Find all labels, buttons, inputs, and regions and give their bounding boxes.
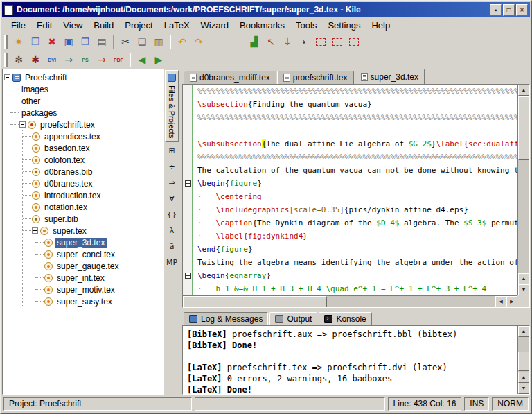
gnuplot-chart-button[interactable]: ▟ — [246, 33, 263, 50]
editor-line[interactable]: · h_1 &=& H_1 + H_3 + H_4 \quad e^+_1 = … — [183, 282, 517, 295]
menu-file[interactable]: File — [6, 19, 31, 32]
titlebar[interactable]: Document: /home/wijnhout/Documents/work/… — [2, 2, 530, 17]
fold-gutter[interactable] — [183, 190, 195, 203]
editor-line[interactable] — [183, 124, 517, 137]
tree-item-super-tex[interactable]: super.tex — [23, 225, 162, 236]
document-tab-proefschrift-tex[interactable]: proefschrift.tex — [277, 71, 354, 84]
fold-gutter[interactable] — [183, 230, 195, 243]
dashed-box-wide-button[interactable] — [329, 33, 346, 50]
sidebar-tab-metapost[interactable]: MP — [165, 256, 179, 270]
copy-button[interactable]: ❏ — [134, 33, 150, 50]
editor-line[interactable]: \subsection{Finding the quantum vacua} — [183, 98, 517, 111]
fold-gutter[interactable] — [183, 256, 195, 269]
tree-item-colofon-tex[interactable]: colofon.tex — [23, 154, 162, 166]
tree-item-super-gauge-tex[interactable]: super_gauge.tex — [35, 260, 162, 272]
tree-item-images[interactable]: images — [10, 83, 162, 95]
sidebar-tab-greek-letters[interactable]: λ — [165, 224, 179, 238]
tree-item-notation-tex[interactable]: notation.tex — [23, 201, 162, 213]
panel-tab-log-messages[interactable]: Log & Messages — [184, 312, 268, 325]
document-tab-d0branes-mdiff-tex[interactable]: d0branes_mdiff.tex — [184, 71, 276, 84]
log-scroll-down-button[interactable] — [518, 383, 529, 394]
editor-line[interactable]: %%%%%%%%%%%%%%%%%%%%%%%%%%%%%%%%%%%%%%%%… — [183, 111, 517, 124]
arrow-upleft-button[interactable]: ↖ — [263, 33, 279, 50]
editor-line[interactable]: The calculation of the quantum vacua can… — [183, 164, 517, 177]
menu-project[interactable]: Project — [119, 19, 158, 32]
fold-marker-icon[interactable] — [185, 273, 191, 279]
next-document-button[interactable]: ▶ — [150, 51, 167, 68]
scroll-down-button[interactable] — [518, 284, 529, 295]
tree-item-super-int-tex[interactable]: super_int.tex — [35, 272, 162, 284]
fold-gutter[interactable] — [183, 98, 195, 111]
tree-item-super-3d-tex[interactable]: super_3d.tex — [35, 236, 162, 248]
scroll-right-button[interactable] — [506, 296, 517, 307]
fold-gutter[interactable] — [183, 150, 195, 164]
tree-expander-icon[interactable] — [32, 227, 38, 234]
tree-item-proefschrift[interactable]: Proefschrift — [4, 71, 162, 83]
minimize-button[interactable]: ▪ — [490, 4, 502, 16]
editor-line[interactable]: · \label{fig:dynkind4} — [183, 230, 517, 243]
tree-expander-icon[interactable] — [4, 74, 10, 80]
menu-help[interactable]: Help — [366, 19, 396, 32]
fold-gutter[interactable] — [183, 177, 195, 190]
fold-gutter[interactable] — [183, 164, 195, 177]
editor-line[interactable]: · \centering — [183, 190, 517, 203]
editor-line[interactable]: \subsubsection{The dual affine Lie algeb… — [183, 137, 517, 150]
ps-to-pdf-button[interactable]: → — [94, 51, 110, 68]
vector-k-button[interactable]: k — [296, 33, 312, 50]
tree-expander-icon[interactable] — [19, 121, 26, 128]
undo-button[interactable]: ↶ — [174, 33, 190, 50]
sidebar-tab-relation-symbols[interactable]: ÷ — [165, 160, 179, 174]
dashed-box-tall-button[interactable] — [346, 33, 362, 50]
scroll-up-button-bottom[interactable] — [518, 273, 529, 284]
fold-gutter[interactable] — [183, 282, 195, 295]
menu-bookmarks[interactable]: Bookmarks — [234, 19, 290, 32]
dashed-box-small-button[interactable] — [312, 33, 329, 50]
dvi-to-ps-button[interactable]: → — [60, 51, 77, 68]
tree-item-proefschrift-tex[interactable]: proefschrift.tex — [10, 119, 162, 130]
scroll-left-button[interactable] — [495, 296, 506, 307]
document-tab-super-3d-tex[interactable]: super_3d.tex — [355, 69, 425, 84]
quickbuild-button[interactable]: ✻ — [10, 51, 27, 68]
fold-gutter[interactable] — [183, 137, 195, 150]
tree-item-super-concl-tex[interactable]: super_concl.tex — [35, 248, 162, 260]
fold-gutter[interactable] — [183, 216, 195, 230]
code-editor[interactable]: %%%%%%%%%%%%%%%%%%%%%%%%%%%%%%%%%%%%%%%%… — [182, 84, 530, 308]
cut-button[interactable]: ✂ — [117, 33, 134, 50]
scroll-up-button[interactable] — [518, 85, 529, 96]
editor-line[interactable]: \begin{figure} — [183, 177, 517, 190]
editor-line[interactable]: \begin{eqnarray} — [183, 269, 517, 282]
menu-build[interactable]: Build — [88, 19, 119, 32]
sidebar-tab-structure[interactable]: ⊞ — [165, 144, 179, 158]
log-scroll-up-button-bottom[interactable] — [518, 372, 529, 383]
sidebar-tab-arrow-symbols[interactable]: ⇒ — [165, 176, 179, 190]
vertical-scrollbar-thumb[interactable] — [518, 96, 529, 160]
open-file-button[interactable]: ❒ — [27, 33, 44, 50]
sidebar-tab-files-projects[interactable]: Files & Projects — [165, 70, 179, 142]
menu-edit[interactable]: Edit — [31, 19, 57, 32]
arrow-down-button[interactable]: ↓ — [279, 33, 296, 50]
editor-vertical-scrollbar[interactable] — [517, 85, 529, 295]
editor-horizontal-scrollbar[interactable] — [183, 295, 517, 307]
new-file-button[interactable]: ✷ — [10, 33, 27, 50]
view-dvi-button[interactable]: DVI — [44, 51, 60, 68]
fold-gutter[interactable] — [183, 243, 195, 256]
tree-item-basedon-tex[interactable]: basedon.tex — [23, 142, 162, 154]
fold-gutter[interactable] — [183, 85, 195, 98]
horizontal-scrollbar-thumb[interactable] — [183, 296, 327, 307]
fold-marker-icon[interactable] — [185, 180, 191, 187]
tree-item-super-bib[interactable]: super.bib — [23, 213, 162, 225]
save-file-button[interactable]: ▣ — [60, 33, 77, 50]
tree-item-d0branes-bib[interactable]: d0branes.bib — [23, 166, 162, 178]
redo-button[interactable]: ↷ — [190, 33, 207, 50]
tree-item-appendices-tex[interactable]: appendices.tex — [23, 130, 162, 142]
print-button[interactable]: ▤ — [94, 33, 110, 50]
tree-item-other[interactable]: other — [10, 95, 162, 107]
tree-item-d0branes-tex[interactable]: d0branes.tex — [23, 178, 162, 189]
log-output[interactable]: [BibTeX] proefschrift.aux => proefschrif… — [183, 326, 517, 394]
sidebar-tab-misc-symbols[interactable]: ∀ — [165, 192, 179, 206]
fold-gutter[interactable] — [183, 269, 195, 282]
paste-button[interactable]: ▥ — [150, 33, 167, 50]
menu-latex[interactable]: LaTeX — [159, 19, 195, 32]
log-vertical-scrollbar[interactable] — [517, 326, 529, 394]
editor-line[interactable]: \end{figure} — [183, 243, 517, 256]
